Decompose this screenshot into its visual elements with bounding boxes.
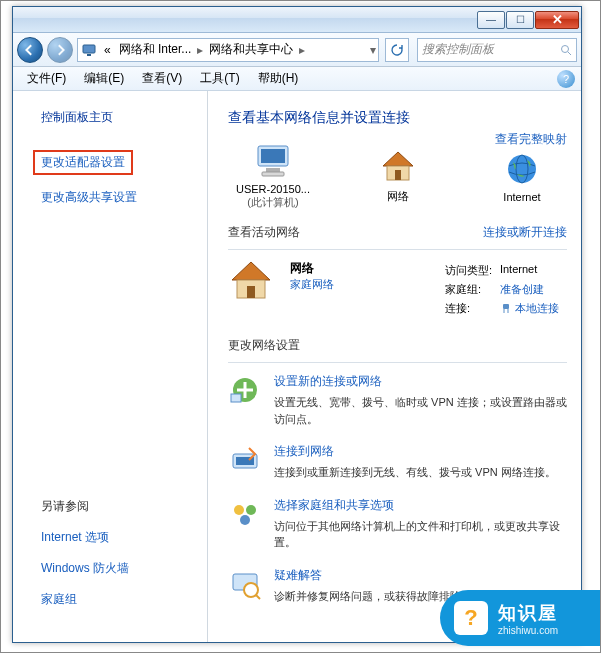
task-desc: 连接到或重新连接到无线、有线、拨号或 VPN 网络连接。 (274, 464, 556, 481)
globe-icon (477, 149, 567, 189)
refresh-icon (390, 43, 404, 57)
homegroup-icon (228, 497, 262, 531)
network-map: USER-20150... (此计算机) 网络 Internet (228, 141, 567, 210)
back-button[interactable] (17, 37, 43, 63)
breadcrumb-segment-2[interactable]: 网络和共享中心 (205, 39, 297, 61)
house-icon (353, 147, 443, 187)
task-title[interactable]: 设置新的连接或网络 (274, 373, 567, 390)
content: 查看基本网络信息并设置连接 查看完整映射 USER-20150... (此计算机… (208, 91, 581, 642)
page-title: 查看基本网络信息并设置连接 (228, 109, 567, 127)
sidebar-windows-firewall[interactable]: Windows 防火墙 (41, 560, 207, 577)
titlebar: — ☐ ✕ (13, 7, 581, 33)
sidebar-see-also-heading: 另请参阅 (41, 498, 207, 515)
svg-rect-16 (503, 304, 509, 309)
house-icon (228, 260, 278, 319)
task-connect-network[interactable]: 连接到网络 连接到或重新连接到无线、有线、拨号或 VPN 网络连接。 (228, 443, 567, 481)
connection-link[interactable]: 本地连接 (500, 300, 565, 317)
svg-marker-8 (383, 152, 413, 166)
computer-icon (228, 141, 318, 181)
close-button[interactable]: ✕ (535, 11, 579, 29)
search-icon (560, 44, 572, 56)
breadcrumb-segment-1[interactable]: 网络和 Inter... (115, 39, 196, 61)
menu-file[interactable]: 文件(F) (19, 68, 74, 89)
svg-point-2 (562, 45, 569, 52)
node-this-pc[interactable]: USER-20150... (此计算机) (228, 141, 318, 210)
task-setup-connection[interactable]: 设置新的连接或网络 设置无线、宽带、拨号、临时或 VPN 连接；或设置路由器或访… (228, 373, 567, 427)
node-pc-label: USER-20150... (228, 183, 318, 195)
sidebar-change-adapter-settings[interactable]: 更改适配器设置 (33, 150, 133, 175)
maximize-button[interactable]: ☐ (506, 11, 534, 29)
menu-tools[interactable]: 工具(T) (192, 68, 247, 89)
svg-line-28 (256, 595, 260, 599)
chevron-right-icon: ▸ (195, 43, 205, 57)
menu-edit[interactable]: 编辑(E) (76, 68, 132, 89)
svg-rect-15 (247, 286, 255, 298)
homegroup-label: 家庭组: (445, 281, 498, 298)
forward-button[interactable] (47, 37, 73, 63)
task-desc: 访问位于其他网络计算机上的文件和打印机，或更改共享设置。 (274, 518, 567, 551)
svg-rect-20 (231, 394, 241, 402)
network-icon (80, 41, 98, 59)
active-network-item: 网络 家庭网络 访问类型:Internet 家庭组:准备创建 连接: 本地连接 (228, 260, 567, 319)
network-name: 网络 (290, 260, 431, 277)
task-desc: 设置无线、宽带、拨号、临时或 VPN 连接；或设置路由器或访问点。 (274, 394, 567, 427)
active-networks-heading: 查看活动网络 (228, 224, 300, 241)
troubleshoot-icon (228, 567, 262, 601)
svg-point-27 (244, 583, 258, 597)
svg-line-3 (568, 52, 571, 55)
svg-point-23 (234, 505, 244, 515)
badge-icon: ? (454, 601, 488, 635)
task-title[interactable]: 连接到网络 (274, 443, 556, 460)
node-pc-sublabel: (此计算机) (228, 195, 318, 210)
access-type-value: Internet (500, 262, 565, 279)
homegroup-link[interactable]: 准备创建 (500, 281, 565, 298)
connection-label: 连接: (445, 300, 498, 317)
svg-point-25 (240, 515, 250, 525)
setup-connection-icon (228, 373, 262, 407)
navbar: « 网络和 Inter... ▸ 网络和共享中心 ▸ ▾ 搜索控制面板 (13, 33, 581, 67)
search-placeholder: 搜索控制面板 (422, 41, 494, 58)
sidebar-control-panel-home[interactable]: 控制面板主页 (41, 109, 207, 126)
watermark-badge: ? 知识屋 zhishiwu.com (440, 590, 600, 646)
menu-help[interactable]: 帮助(H) (250, 68, 307, 89)
svg-rect-6 (266, 168, 280, 172)
chevron-right-icon: ▸ (297, 43, 307, 57)
network-type-link[interactable]: 家庭网络 (290, 277, 431, 292)
sidebar-internet-options[interactable]: Internet 选项 (41, 529, 207, 546)
task-title[interactable]: 疑难解答 (274, 567, 494, 584)
node-network-label: 网络 (353, 189, 443, 204)
svg-rect-0 (83, 45, 95, 53)
menu-view[interactable]: 查看(V) (134, 68, 190, 89)
svg-point-24 (246, 505, 256, 515)
divider (228, 362, 567, 363)
change-settings-heading: 更改网络设置 (228, 337, 300, 354)
task-homegroup-sharing[interactable]: 选择家庭组和共享选项 访问位于其他网络计算机上的文件和打印机，或更改共享设置。 (228, 497, 567, 551)
refresh-button[interactable] (385, 38, 409, 62)
access-type-label: 访问类型: (445, 262, 498, 279)
sidebar-homegroup[interactable]: 家庭组 (41, 591, 207, 608)
svg-rect-1 (87, 54, 91, 56)
svg-point-11 (508, 155, 536, 183)
chevron-down-icon[interactable]: ▾ (368, 43, 378, 57)
menubar: 文件(F) 编辑(E) 查看(V) 工具(T) 帮助(H) ? (13, 67, 581, 91)
window: — ☐ ✕ « 网络和 Inter... ▸ 网络和共享中心 ▸ ▾ 搜索控制面… (12, 6, 582, 643)
arrow-right-icon (54, 44, 66, 56)
network-details: 访问类型:Internet 家庭组:准备创建 连接: 本地连接 (443, 260, 567, 319)
task-title[interactable]: 选择家庭组和共享选项 (274, 497, 567, 514)
sidebar: 控制面板主页 更改适配器设置 更改高级共享设置 另请参阅 Internet 选项… (13, 91, 208, 642)
divider (228, 249, 567, 250)
svg-rect-7 (262, 172, 284, 176)
breadcrumb[interactable]: « 网络和 Inter... ▸ 网络和共享中心 ▸ ▾ (77, 38, 379, 62)
connect-disconnect-link[interactable]: 连接或断开连接 (483, 224, 567, 241)
help-button[interactable]: ? (557, 70, 575, 88)
badge-url: zhishiwu.com (498, 625, 558, 636)
badge-title: 知识屋 (498, 601, 558, 625)
search-input[interactable]: 搜索控制面板 (417, 38, 577, 62)
svg-rect-5 (261, 149, 285, 163)
breadcrumb-prefix[interactable]: « (100, 39, 115, 61)
node-internet-label: Internet (477, 191, 567, 203)
node-internet[interactable]: Internet (477, 149, 567, 203)
sidebar-advanced-sharing[interactable]: 更改高级共享设置 (41, 189, 207, 206)
node-network[interactable]: 网络 (353, 147, 443, 204)
minimize-button[interactable]: — (477, 11, 505, 29)
